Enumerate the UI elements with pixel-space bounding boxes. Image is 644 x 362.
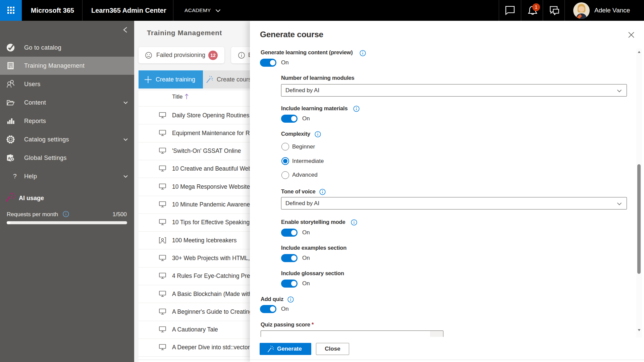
svg-text:A: A <box>8 156 10 160</box>
